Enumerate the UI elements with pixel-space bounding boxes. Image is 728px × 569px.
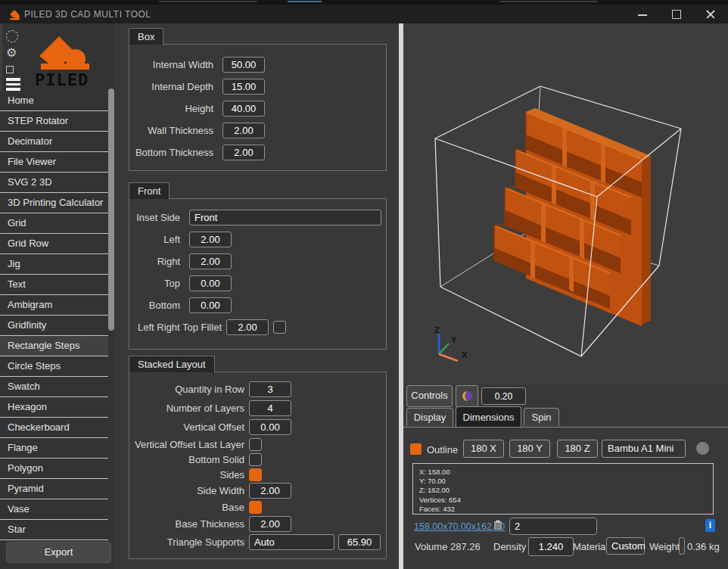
vertical-offset-last-layer-checkbox[interactable] xyxy=(249,438,262,451)
square-icon[interactable] xyxy=(6,66,14,73)
sidebar-item-star[interactable]: Star xyxy=(0,520,108,540)
field-label: Base Thickness xyxy=(129,518,244,530)
artifact xyxy=(499,1,598,2)
parameters-panel: Box Internal Width Internal Depth Height… xyxy=(115,23,399,569)
dimensions-link[interactable]: 158.00x70.00x162.00 xyxy=(414,521,505,532)
material-select[interactable]: Custom xyxy=(606,537,645,555)
titlebar[interactable]: PILED 3D CAD MULTI TOOL xyxy=(0,5,728,24)
sidebar-item-svg-2-3d[interactable]: SVG 2 3D xyxy=(0,173,108,193)
info-vertices: Vertices: 654 xyxy=(419,496,707,505)
weight-value: 0.36 kg xyxy=(687,541,720,552)
sidebar-item-checkerboard[interactable]: Checkerboard xyxy=(0,418,108,438)
box-group: Box Internal Width Internal Depth Height… xyxy=(129,28,387,171)
piled-logo xyxy=(33,30,101,70)
bottom-thickness-input[interactable] xyxy=(222,145,265,160)
controls-button[interactable]: Controls xyxy=(406,385,453,407)
maximize-button[interactable] xyxy=(664,5,689,24)
fillet-input[interactable] xyxy=(226,319,269,335)
sidebar-item-decimator[interactable]: Decimator xyxy=(0,132,108,152)
wall-thickness-input[interactable] xyxy=(222,123,265,138)
left-input[interactable] xyxy=(189,232,232,247)
rotate-180y-button[interactable]: 180 Y xyxy=(509,440,550,458)
export-button[interactable]: Export xyxy=(6,542,111,563)
density-label: Density xyxy=(493,541,526,552)
side-width-input[interactable] xyxy=(249,483,291,499)
axis-label-x: X xyxy=(462,350,468,359)
theme-toggle-button[interactable] xyxy=(456,385,478,407)
close-button[interactable] xyxy=(698,5,723,24)
sidebar-item-gridfinity[interactable]: Gridfinity xyxy=(0,316,108,336)
stacked-layout-group-tab[interactable]: Stacked Layout xyxy=(129,356,215,372)
quantity-in-row-input[interactable] xyxy=(249,381,291,397)
sidebar-item-jig[interactable]: Jig xyxy=(0,254,108,275)
sides-checkbox[interactable] xyxy=(249,468,262,481)
number-of-layers-input[interactable] xyxy=(249,400,291,416)
density-input[interactable] xyxy=(528,537,574,556)
sidebar-item-grid-row[interactable]: Grid Row xyxy=(0,234,108,254)
top-input[interactable] xyxy=(189,275,232,291)
right-input[interactable] xyxy=(189,253,232,269)
sidebar-item-rectangle-steps[interactable]: Rectangle Steps xyxy=(0,336,108,356)
sidebar-item-circle-steps[interactable]: Circle Steps xyxy=(0,356,108,377)
outline-color-swatch[interactable] xyxy=(410,443,422,455)
field-label: Internal Width xyxy=(129,59,213,70)
internal-depth-input[interactable] xyxy=(222,79,265,95)
dimensions-tab-content: Outline 180 X 180 Y 180 Z Bambu A1 Mini … xyxy=(403,427,728,569)
fillet-checkbox[interactable] xyxy=(273,321,286,334)
copies-input[interactable] xyxy=(509,518,597,535)
info-button[interactable]: i xyxy=(705,519,715,532)
field-label: Bottom Solid xyxy=(129,454,244,465)
printer-select[interactable]: Bambu A1 Mini xyxy=(602,440,686,458)
stepped-model xyxy=(494,108,651,326)
status-indicator[interactable] xyxy=(696,442,709,455)
sidebar-item-home[interactable]: Home xyxy=(0,91,108,111)
gear-icon[interactable]: ⚙ xyxy=(6,45,17,60)
base-thickness-input[interactable] xyxy=(249,516,291,532)
sidebar-item-grid[interactable]: Grid xyxy=(0,213,108,234)
rotate-180x-button[interactable]: 180 X xyxy=(463,440,504,458)
artifact xyxy=(159,1,257,2)
bottom-solid-checkbox[interactable] xyxy=(249,453,262,466)
artifact xyxy=(288,1,322,2)
sidebar-item-swatch[interactable]: Swatch xyxy=(0,377,108,397)
tab-dimensions[interactable]: Dimensions xyxy=(456,406,521,427)
triangle-supports-angle-input[interactable] xyxy=(338,534,381,550)
sidebar-item-vase[interactable]: Vase xyxy=(0,499,108,520)
sidebar-item-text[interactable]: Text xyxy=(0,275,108,295)
volume-value: 287.26 xyxy=(450,541,481,552)
minimize-button[interactable] xyxy=(630,5,655,24)
front-group-tab[interactable]: Front xyxy=(129,182,170,199)
sidebar-item-3d-printing-calculator[interactable]: 3D Printing Calculator xyxy=(0,193,108,213)
sidebar-nav: Home STEP Rotator Decimator File Viewer … xyxy=(0,91,108,540)
sidebar-item-pyramid[interactable]: Pyramid xyxy=(0,479,108,499)
inset-side-input[interactable] xyxy=(189,210,381,225)
sidebar-item-hexagon[interactable]: Hexagon xyxy=(0,397,108,418)
triangle-supports-input[interactable] xyxy=(249,534,334,550)
field-label: Triangle Supports xyxy=(129,536,244,548)
tab-spin[interactable]: Spin xyxy=(524,408,559,426)
opacity-input[interactable] xyxy=(481,387,526,405)
sidebar-item-step-rotator[interactable]: STEP Rotator xyxy=(0,111,108,132)
copy-clipboard-icon[interactable] xyxy=(493,520,502,530)
info-x: X: 158.00 xyxy=(419,468,707,477)
field-label: Base xyxy=(129,502,244,513)
sidebar-item-ambigram[interactable]: Ambigram xyxy=(0,295,108,316)
field-label: Vertical Offset Last Layer xyxy=(129,439,244,450)
internal-width-input[interactable] xyxy=(222,57,265,73)
field-label: Number of Layers xyxy=(129,403,244,414)
sidebar-item-file-viewer[interactable]: File Viewer xyxy=(0,152,108,173)
rotate-180z-button[interactable]: 180 Z xyxy=(557,440,598,458)
box-group-tab[interactable]: Box xyxy=(129,28,163,45)
base-checkbox[interactable] xyxy=(249,501,262,514)
tab-display[interactable]: Display xyxy=(406,408,453,426)
height-input[interactable] xyxy=(222,101,265,117)
3d-viewport[interactable]: Z Y X xyxy=(403,23,728,384)
focus-icon[interactable] xyxy=(6,30,18,42)
sidebar: ⚙ PILED Home STEP Rotator Decimator File… xyxy=(0,23,115,569)
vertical-offset-input[interactable] xyxy=(249,419,291,435)
bottom-input[interactable] xyxy=(189,297,232,313)
field-label: Right xyxy=(129,256,180,267)
sidebar-item-flange[interactable]: Flange xyxy=(0,438,108,459)
sidebar-item-polygon[interactable]: Polygon xyxy=(0,459,108,479)
sidebar-scrollbar[interactable] xyxy=(108,89,114,331)
